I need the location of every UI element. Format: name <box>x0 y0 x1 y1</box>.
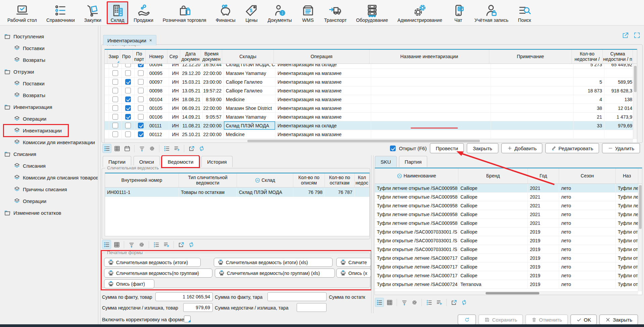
panes-splitter[interactable] <box>371 155 374 313</box>
tab-close-icon[interactable]: × <box>149 38 152 43</box>
row-checkbox[interactable] <box>138 96 144 102</box>
sidebar-item[interactable]: Инвентаризация <box>0 101 98 113</box>
refresh-loop-button[interactable] <box>459 298 468 307</box>
row-checkbox[interactable] <box>138 64 144 67</box>
row-checkbox[interactable] <box>112 79 118 85</box>
table-row[interactable]: Туфли открытые летние /SAC000717Calliope… <box>375 254 642 262</box>
grid-view-button[interactable] <box>112 144 121 153</box>
row-checkbox[interactable] <box>138 114 144 120</box>
добавить-button[interactable]: Добавить <box>501 143 542 153</box>
table-row[interactable]: 00105ИН06.09.2122:00:00Магазин Shoe Dist… <box>105 104 637 113</box>
column-header[interactable]: Год <box>528 168 559 183</box>
vertical-scrollbar[interactable] <box>638 184 642 291</box>
table-row[interactable]: Туфли летние открытые /SAC000958Calliope… <box>375 210 642 219</box>
table-row[interactable]: Туфли открытые летние /SAC000724Terranov… <box>375 280 642 289</box>
table-row[interactable]: 00098ИН13.05.2119:57:22Calliope ГалилеоИ… <box>105 86 637 95</box>
column-header[interactable]: Кол-во по остаткам <box>325 173 355 187</box>
row-checkbox[interactable] <box>112 131 118 137</box>
grid-view-button[interactable] <box>385 298 394 307</box>
gear-button[interactable] <box>147 144 156 153</box>
row-checkbox[interactable] <box>125 123 131 128</box>
Сохранить-button[interactable]: Сохранить <box>479 315 523 325</box>
sidebar-item[interactable]: Комиссии для инвентаризации <box>0 136 98 148</box>
row-checkbox[interactable] <box>125 114 131 120</box>
sidebar-item[interactable]: Списания <box>0 148 98 160</box>
row-checkbox[interactable] <box>125 70 131 76</box>
row-checkbox[interactable] <box>112 123 118 128</box>
column-header[interactable]: Время докумен <box>201 50 222 64</box>
print-form-button[interactable]: Сличите <box>336 258 371 267</box>
gear-button[interactable] <box>137 240 146 249</box>
list-view-button[interactable] <box>102 144 111 153</box>
column-header[interactable] <box>105 50 107 64</box>
table-row[interactable]: Туфли открытые /SAC0007033001 /SCalliope… <box>375 245 642 254</box>
filter-button[interactable] <box>400 298 409 307</box>
form-correction-checkbox[interactable] <box>184 316 191 322</box>
filter-button[interactable] <box>127 240 136 249</box>
sidebar-item[interactable]: Списания <box>0 160 98 172</box>
app-nav-purchases-icon[interactable]: Закупки <box>80 1 105 24</box>
print-form-button[interactable]: Опись (факт) <box>104 279 154 288</box>
open-external-button[interactable] <box>187 144 196 153</box>
app-nav-account-icon[interactable]: Учётная запись <box>470 1 512 24</box>
numbered-list-button[interactable] <box>152 240 161 249</box>
column-header[interactable]: Кол-во недостачи / <box>572 50 603 64</box>
column-header[interactable]: Сер <box>167 50 180 64</box>
column-header[interactable]: Кол-во по описям <box>293 173 325 187</box>
app-nav-chat-icon[interactable]: Чат <box>448 1 469 24</box>
app-nav-wms-icon[interactable]: WMS <box>297 1 319 24</box>
row-checkbox[interactable] <box>138 79 144 85</box>
refresh-circle-button[interactable] <box>458 315 476 325</box>
app-nav-references-icon[interactable]: Справочники <box>42 1 79 24</box>
print-form-button[interactable]: Сличительная ведомость (итоги) (xls) <box>214 258 333 267</box>
table-row[interactable]: 00106ИН14.09.219:05:57Магазин YamamayИнв… <box>105 113 637 121</box>
column-header[interactable]: Про <box>120 50 133 64</box>
удалить-button[interactable]: Удалить <box>602 143 640 153</box>
Закрыть-button[interactable]: Закрыть <box>599 315 638 325</box>
table-row[interactable]: Туфли летние открытые /SAC000958Calliope… <box>375 201 642 210</box>
table-row[interactable]: Туфли летние открытые /SAC000958Calliope… <box>375 184 642 193</box>
sidebar-item[interactable]: Причины списания <box>0 183 98 195</box>
numbered-list-button[interactable] <box>162 144 171 153</box>
sidebar-item[interactable]: Изменение остатков <box>0 207 98 219</box>
print-form-button[interactable]: Опись (х <box>336 269 371 278</box>
редактировать-button[interactable]: Редактировать <box>545 143 599 153</box>
table-row[interactable]: Туфли открытые /SAC0007033001 /SCalliope… <box>375 236 642 245</box>
row-checkbox[interactable] <box>125 79 131 85</box>
OK-button[interactable]: OK <box>571 315 597 325</box>
table-row[interactable]: 00094ИН12.12.2016:50:44Склад ПЛЭЙ МОДА, … <box>105 64 637 69</box>
sidebar-item[interactable]: Операции <box>0 113 98 125</box>
numbered-list-button[interactable] <box>425 298 434 307</box>
sidebar-item[interactable]: Возвраты <box>0 54 98 66</box>
sidebar-item[interactable]: Возвраты <box>0 89 98 101</box>
total-fact-tare-input[interactable] <box>267 292 327 301</box>
column-header[interactable]: Примечание <box>489 50 572 64</box>
table-row[interactable]: 00104ИН18.08.218:59:00MedicineИнвентариз… <box>105 95 637 104</box>
column-header[interactable]: Операция <box>274 50 369 64</box>
app-nav-finance-icon[interactable]: Финансы <box>212 1 240 24</box>
column-header[interactable]: Тип сличительной ведомости <box>179 173 237 187</box>
print-form-button[interactable]: Сличительная ведомость(по группам) (xls) <box>215 269 335 278</box>
horizontal-scrollbar[interactable] <box>105 139 633 142</box>
column-header[interactable]: По парт <box>133 50 146 64</box>
open-external-button[interactable] <box>177 240 186 249</box>
table-row[interactable]: 00112ИН25.10.2122:00:00MedicineИнвентари… <box>105 130 637 139</box>
row-checkbox[interactable] <box>138 105 144 111</box>
закрыть-button[interactable]: Закрыть <box>467 143 498 153</box>
row-checkbox[interactable] <box>125 88 131 93</box>
sidebar-item[interactable]: Инвентаризации <box>0 125 98 136</box>
horizontal-scrollbar[interactable] <box>375 291 638 295</box>
app-nav-search-icon[interactable]: Поиск <box>514 1 535 24</box>
sidebar-item[interactable]: Отгрузки <box>0 66 98 78</box>
table-row[interactable]: 00095ИН29.12.2022:00:00Магазин YamamayИн… <box>105 69 637 78</box>
row-checkbox[interactable] <box>112 96 118 102</box>
scrollbar-thumb[interactable] <box>634 66 637 92</box>
app-nav-warehouse-icon[interactable]: Склад <box>107 1 129 24</box>
add-to-list-button[interactable] <box>172 144 181 153</box>
column-header[interactable]: Склады <box>222 50 274 64</box>
add-to-list-button[interactable] <box>435 298 444 307</box>
list-view-button[interactable] <box>102 240 111 249</box>
app-nav-sales-icon[interactable]: Продажи <box>130 1 157 24</box>
tab-История[interactable]: История <box>201 156 232 167</box>
sidebar-item[interactable]: Поступления <box>0 31 98 42</box>
